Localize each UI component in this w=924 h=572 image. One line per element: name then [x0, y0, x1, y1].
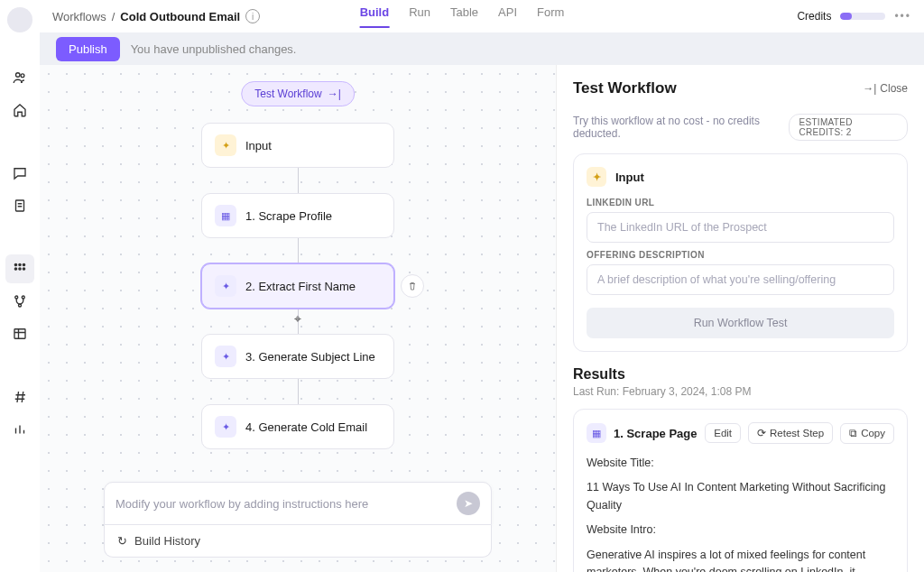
svg-point-9 — [15, 296, 18, 299]
menu-dots-icon[interactable]: ••• — [894, 10, 911, 23]
connector — [298, 168, 299, 193]
nav-table-icon[interactable] — [5, 319, 34, 348]
credits-label: Credits — [797, 10, 831, 23]
svg-point-4 — [19, 263, 21, 265]
svg-point-7 — [19, 268, 21, 270]
result-body: Website Title: 11 Ways To Use AI In Cont… — [587, 455, 894, 572]
delete-node-button[interactable] — [401, 274, 424, 298]
copy-step-button[interactable]: ⧉ Copy — [840, 423, 894, 444]
nav-hash-icon[interactable] — [5, 383, 34, 411]
node-label: 3. Generate Subject Line — [245, 350, 375, 364]
globe-icon: ▦ — [587, 423, 606, 443]
node-label: 4. Generate Cold Email — [245, 420, 367, 434]
edit-step-button[interactable]: Edit — [705, 423, 741, 443]
result-card: ▦ 1. Scrape Page Edit ⟳ Retest Step ⧉ Co… — [573, 409, 908, 572]
svg-point-10 — [22, 296, 24, 299]
result-step-title: 1. Scrape Page — [614, 427, 698, 440]
sparkle-icon: ✦ — [587, 167, 606, 187]
globe-icon: ▦ — [215, 205, 236, 226]
offering-description-input[interactable] — [587, 264, 894, 295]
input-card: ✦ Input LINKEDIN URL OFFERING DESCRIPTIO… — [573, 153, 908, 352]
publish-button[interactable]: Publish — [56, 37, 120, 61]
node-scrape-profile[interactable]: ▦ 1. Scrape Profile — [201, 193, 394, 238]
retest-step-button[interactable]: ⟳ Retest Step — [748, 422, 833, 444]
tab-run[interactable]: Run — [409, 5, 430, 28]
node-label: Input — [245, 139, 272, 152]
connector — [298, 379, 299, 404]
send-button[interactable]: ➤ — [457, 492, 480, 515]
publish-message: You have unpublished changes. — [131, 42, 297, 56]
estimated-credits-badge: ESTIMATED CREDITS: 2 — [789, 114, 908, 141]
svg-rect-12 — [14, 329, 25, 339]
arrow-right-icon: →| — [328, 88, 341, 100]
results-title: Results — [573, 366, 908, 383]
nav-team-icon[interactable] — [5, 63, 34, 92]
field-label: LINKEDIN URL — [587, 198, 894, 208]
build-history-button[interactable]: ↻ Build History — [104, 525, 492, 558]
tab-table[interactable]: Table — [450, 5, 478, 28]
field-label: OFFERING DESCRIPTION — [587, 250, 894, 260]
panel-title: Test Workflow — [573, 79, 677, 97]
svg-point-3 — [14, 263, 16, 265]
connector — [298, 238, 299, 263]
info-icon[interactable]: i — [245, 9, 260, 23]
chat-bar: ➤ ↻ Build History — [104, 482, 492, 558]
svg-rect-2 — [16, 200, 24, 211]
close-icon: →| — [863, 82, 876, 95]
node-label: 2. Extract First Name — [245, 280, 356, 293]
flow: ✦ Input ▦ 1. Scrape Profile ✦ 2. Extract… — [201, 123, 394, 449]
nav-workflows-icon[interactable] — [5, 254, 34, 283]
tabs: Build Run Table API Form — [360, 5, 565, 28]
test-workflow-button[interactable]: Test Workflow →| — [241, 81, 355, 106]
nav-branch-icon[interactable] — [5, 287, 34, 316]
sparkle-icon: ✦ — [215, 275, 236, 297]
tab-api[interactable]: API — [498, 5, 517, 28]
svg-point-6 — [14, 268, 16, 270]
breadcrumb-current: Cold Outbound Email — [120, 10, 240, 23]
credits-meter — [840, 13, 885, 20]
nav-doc-icon[interactable] — [5, 191, 34, 220]
node-label: 1. Scrape Profile — [245, 209, 332, 223]
cursor-icon: ⌖ — [294, 311, 301, 327]
svg-point-5 — [23, 263, 24, 265]
sparkle-icon: ✦ — [215, 346, 236, 367]
sparkle-icon: ✦ — [215, 134, 236, 156]
nav-analytics-icon[interactable] — [5, 415, 34, 444]
node-generate-cold-email[interactable]: ✦ 4. Generate Cold Email — [201, 404, 394, 449]
node-input[interactable]: ✦ Input — [201, 123, 394, 168]
tab-form[interactable]: Form — [537, 5, 564, 28]
node-extract-first-name[interactable]: ✦ 2. Extract First Name ⌖ — [201, 263, 394, 309]
breadcrumb-root[interactable]: Workflows — [52, 10, 106, 23]
svg-point-8 — [23, 268, 24, 270]
svg-point-1 — [21, 74, 24, 78]
linkedin-url-input[interactable] — [587, 212, 894, 243]
test-workflow-panel: Test Workflow →| Close Try this workflow… — [556, 65, 924, 572]
input-heading: Input — [615, 171, 644, 184]
workflow-chat-input[interactable] — [116, 497, 457, 511]
avatar[interactable] — [7, 7, 32, 32]
nav-home-icon[interactable] — [5, 96, 34, 125]
sparkle-icon: ✦ — [215, 416, 236, 438]
results-last-run: Last Run: February 3, 2024, 1:08 PM — [573, 385, 908, 398]
close-button[interactable]: →| Close — [863, 82, 908, 95]
run-workflow-test-button[interactable]: Run Workflow Test — [587, 308, 894, 338]
nav-rail — [0, 0, 40, 572]
copy-icon: ⧉ — [849, 428, 857, 439]
nav-chat-icon[interactable] — [5, 159, 34, 188]
svg-point-0 — [16, 73, 21, 78]
refresh-icon: ⟳ — [757, 427, 766, 439]
workflow-canvas[interactable]: Test Workflow →| ✦ Input ▦ 1. Scrape Pro… — [40, 65, 556, 572]
history-icon: ↻ — [117, 534, 127, 548]
tab-build[interactable]: Build — [360, 5, 390, 28]
publish-banner: Publish You have unpublished changes. — [40, 32, 924, 65]
node-generate-subject[interactable]: ✦ 3. Generate Subject Line — [201, 334, 394, 379]
panel-subtitle: Try this workflow at no cost - no credit… — [573, 115, 789, 140]
header: Workflows / Cold Outbound Email i Build … — [40, 0, 924, 32]
breadcrumb: Workflows / Cold Outbound Email i — [52, 9, 260, 23]
